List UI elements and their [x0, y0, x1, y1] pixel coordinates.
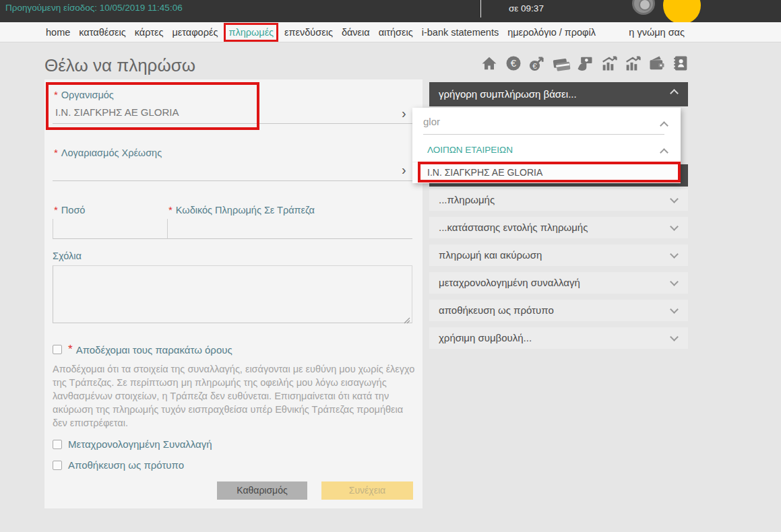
quickfill-header-label: γρήγορη συμπλήρωση βάσει...: [439, 88, 577, 100]
comments-textarea[interactable]: [53, 265, 412, 323]
wallet-icon[interactable]: [648, 54, 666, 73]
nav-item-επενδύσεις[interactable]: επενδύσεις: [284, 23, 333, 42]
chevron-down-icon: [670, 222, 679, 231]
required-asterisk: *: [54, 204, 58, 215]
accept-terms-checkbox[interactable]: [53, 345, 62, 354]
chevron-down-icon: [670, 195, 679, 203]
quick-access-toolbar: € €: [480, 54, 690, 73]
top-bar: Προηγούμενη είσοδος: 10/05/2019 11:45:06…: [0, 0, 781, 22]
save-template-label: Αποθήκευση ως πρότυπο: [68, 459, 184, 471]
chevron-down-icon: [670, 305, 679, 314]
amount-label: *Ποσό: [54, 204, 85, 215]
page-title: Θέλω να πληρώσω: [44, 55, 195, 76]
postdated-label: Μεταχρονολογημένη Συναλλαγή: [68, 438, 212, 450]
nav-item-πληρωμές[interactable]: πληρωμές: [224, 23, 278, 42]
comments-label: Σχόλια: [53, 251, 82, 261]
nav-item-αιτήσεις[interactable]: αιτήσεις: [379, 23, 413, 42]
nav-item-home[interactable]: home: [46, 23, 70, 42]
chevron-up-icon: [670, 89, 679, 98]
investments-icon[interactable]: [600, 54, 619, 73]
accordion-row-2[interactable]: πληρωμή και ακύρωση: [429, 244, 688, 266]
cards-icon[interactable]: [552, 54, 571, 73]
nav-item-i-bank-statements[interactable]: i-bank statements: [422, 23, 499, 42]
quickfill-search-input[interactable]: glor: [423, 116, 440, 127]
organization-field[interactable]: Ι.Ν. ΣΙΑΓΚΡΗΣ ΑΕ GLORIA: [55, 106, 179, 118]
organization-underline: [53, 123, 412, 124]
accordion-row-1[interactable]: ...κατάστασης εντολής πληρωμής: [429, 217, 688, 238]
quickfill-dropdown: glor ΛΟΙΠΩΝ ΕΤΑΙΡΕΙΩΝ Ι.Ν. ΣΙΑΓΚΡΗΣ ΑΕ G…: [412, 108, 681, 183]
main-nav: homeκαταθέσειςκάρτεςμεταφορέςπληρωμέςεπε…: [0, 22, 781, 42]
accept-terms-row: * Αποδέχομαι τους παρακάτω όρους: [53, 343, 232, 356]
payment-code-input[interactable]: [167, 219, 412, 239]
accordion-label: ...πληρωμής: [439, 194, 495, 205]
accordion-label: αποθήκευση ως πρότυπο: [439, 304, 554, 316]
accordion-row-3[interactable]: μεταχρονολογημένη συναλλαγή: [429, 272, 688, 294]
euro-coin-icon[interactable]: €: [504, 54, 523, 73]
postdated-checkbox[interactable]: [53, 440, 62, 449]
nav-item-ημερολόγιο-προφίλ[interactable]: ημερολόγιο / προφίλ: [507, 23, 596, 42]
avatar[interactable]: [663, 0, 701, 24]
home-icon[interactable]: [480, 54, 499, 73]
save-template-row: Αποθήκευση ως πρότυπο: [53, 459, 184, 471]
nav-item-κάρτες[interactable]: κάρτες: [135, 23, 164, 42]
postdated-row: Μεταχρονολογημένη Συναλλαγή: [53, 438, 212, 450]
nav-item-feedback[interactable]: η γνώμη σας: [629, 27, 685, 38]
markets-icon[interactable]: [623, 54, 642, 73]
required-asterisk: *: [168, 204, 173, 215]
debit-account-picker-chevron-icon[interactable]: ›: [402, 163, 406, 176]
required-asterisk: *: [54, 147, 58, 158]
accordion-label: πληρωμή και ακύρωση: [439, 249, 542, 261]
accordion-label: μεταχρονολογημένη συναλλαγή: [439, 277, 580, 288]
quickfill-panel: γρήγορη συμπλήρωση βάσει... ...πληρωμής.…: [429, 82, 688, 106]
last-login-text: Προηγούμενη είσοδος: 10/05/2019 11:45:06: [5, 3, 183, 13]
terms-text: Αποδέχομαι ότι τα στοιχεία της συναλλαγή…: [53, 362, 416, 430]
logout-icon[interactable]: [632, 0, 655, 15]
quickfill-group-label: ΛΟΙΠΩΝ ΕΤΑΙΡΕΙΩΝ: [427, 145, 513, 155]
nav-item-καταθέσεις[interactable]: καταθέσεις: [79, 23, 126, 42]
quickfill-header[interactable]: γρήγορη συμπλήρωση βάσει...: [429, 82, 688, 106]
search-underline: [423, 134, 664, 135]
debit-account-label: *Λογαριασμός Χρέωσης: [54, 147, 162, 158]
amount-input[interactable]: [53, 219, 167, 239]
accordion-label: ...κατάστασης εντολής πληρωμής: [439, 222, 588, 233]
save-template-checkbox[interactable]: [53, 461, 62, 470]
chevron-down-icon: [670, 333, 679, 341]
resize-grip-icon[interactable]: [404, 314, 410, 321]
accordion-label: χρήσιμη συμβουλή...: [439, 332, 532, 343]
accordion-row-0[interactable]: ...πληρωμής: [429, 189, 688, 211]
payment-form-card: *Οργανισμός Ι.Ν. ΣΙΑΓΚΡΗΣ ΑΕ GLORIA › *Λ…: [44, 79, 423, 508]
clear-button[interactable]: Καθαρισμός: [217, 481, 307, 500]
topbar-divider: [480, 0, 481, 18]
accept-terms-label: Αποδέχομαι τους παρακάτω όρους: [76, 344, 232, 356]
main-nav-items: homeκαταθέσειςκάρτεςμεταφορέςπληρωμέςεπε…: [46, 23, 604, 42]
debit-account-underline: [53, 180, 412, 181]
payments-icon[interactable]: [575, 54, 594, 73]
organization-picker-chevron-icon[interactable]: ›: [402, 106, 406, 120]
organization-label: *Οργανισμός: [54, 89, 114, 100]
continue-button[interactable]: Συνέχεια: [321, 481, 413, 500]
quickfill-result-item[interactable]: Ι.Ν. ΣΙΑΓΚΡΗΣ ΑΕ GLORIA: [412, 162, 681, 182]
accordion-row-4[interactable]: αποθήκευση ως πρότυπο: [429, 300, 688, 321]
nav-item-μεταφορές[interactable]: μεταφορές: [172, 23, 218, 42]
svg-text:€: €: [532, 61, 537, 70]
contacts-icon[interactable]: [671, 54, 690, 73]
required-asterisk: *: [54, 89, 58, 100]
chevron-up-icon[interactable]: [660, 121, 668, 130]
chevron-down-icon: [670, 250, 679, 259]
transfers-icon[interactable]: €: [528, 54, 546, 73]
nav-item-δάνεια[interactable]: δάνεια: [342, 23, 370, 42]
session-timer: σε 09:37: [509, 3, 544, 13]
chevron-up-icon[interactable]: [660, 148, 668, 157]
payment-code-label: *Κωδικός Πληρωμής Σε Τράπεζα: [168, 204, 315, 215]
accordion-row-5[interactable]: χρήσιμη συμβουλή...: [429, 327, 688, 349]
chevron-down-icon: [670, 277, 679, 286]
required-asterisk: *: [68, 343, 73, 356]
svg-text:€: €: [510, 57, 516, 69]
